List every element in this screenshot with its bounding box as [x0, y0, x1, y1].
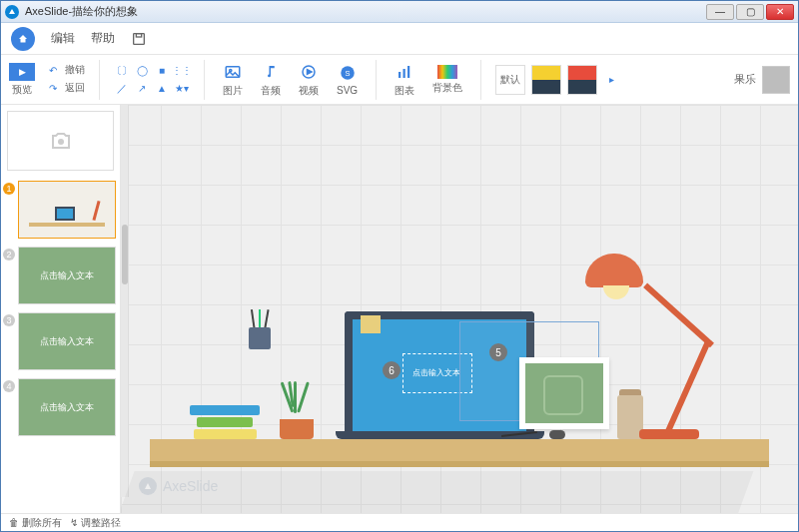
template-1[interactable] — [531, 65, 561, 95]
slide-item-1[interactable]: 1 — [1, 177, 120, 243]
shape-circle-icon[interactable]: ◯ — [134, 63, 150, 79]
menu-help[interactable]: 帮助 — [91, 30, 115, 47]
video-icon — [299, 62, 319, 82]
minimize-button[interactable]: — — [706, 4, 734, 20]
vertical-scrollbar[interactable] — [121, 105, 129, 497]
watermark: AxeSlide — [139, 477, 218, 495]
slide-thumb-1 — [18, 181, 116, 239]
window-titlebar: AxeSlide-描绘你的想象 — ▢ ✕ — [1, 1, 798, 23]
watermark-text: AxeSlide — [163, 478, 218, 494]
desk-lamp — [559, 260, 729, 439]
slide-thumb-4: 点击输入文本 — [18, 378, 116, 436]
template-2[interactable] — [567, 65, 597, 95]
trash-icon: 🗑 — [9, 517, 19, 528]
svg-text:S: S — [345, 69, 350, 78]
svg-label: SVG — [337, 85, 358, 96]
path-marker-5[interactable]: 5 — [489, 343, 507, 361]
shape-line-icon[interactable]: ／ — [114, 81, 130, 97]
window-title: AxeSlide-描绘你的想象 — [25, 4, 138, 19]
svg-rect-8 — [403, 69, 405, 78]
svg-point-10 — [58, 139, 64, 145]
plant — [280, 419, 314, 439]
redo-label[interactable]: 返回 — [65, 81, 85, 97]
chart-label: 图表 — [395, 84, 414, 98]
svg-rect-9 — [407, 66, 409, 78]
sidebar: 1 2 点击输入文本 3 点击输入文本 4 点击输入文本 — [1, 105, 121, 513]
undo-label[interactable]: 撤销 — [65, 63, 85, 79]
slide-item-2[interactable]: 2 点击输入文本 — [1, 243, 120, 308]
desk — [150, 439, 769, 461]
books — [190, 403, 260, 439]
shape-bracket-icon[interactable]: 〔〕 — [114, 63, 130, 79]
shape-dots-icon[interactable]: ⋮⋮ — [174, 63, 190, 79]
slide-item-4[interactable]: 4 点击输入文本 — [1, 374, 120, 440]
chart-button[interactable]: 图表 — [391, 60, 418, 100]
template-more-icon[interactable]: ▸ — [603, 72, 619, 88]
image-label: 图片 — [223, 84, 243, 98]
scene-desk-illustration: 点击输入文本 6 5 — [150, 192, 769, 491]
canvas[interactable]: 点击输入文本 6 5 AxeSlide — [121, 105, 798, 513]
audio-icon — [261, 62, 281, 82]
undo-icon[interactable]: ↶ — [45, 63, 61, 79]
chart-icon — [395, 62, 414, 82]
preview-icon[interactable]: ▶ — [9, 63, 35, 81]
slide-badge: 2 — [3, 249, 15, 261]
insert-svg-button[interactable]: S SVG — [333, 61, 362, 98]
toolbar: ▶ 预览 ↶撤销 ↷返回 〔〕 ◯ ■ ⋮⋮ ／ ↗ ▲ ★▾ 图片 音频 视频… — [1, 55, 798, 105]
screen-text: 点击输入文本 — [412, 367, 460, 378]
insert-image-button[interactable]: 图片 — [219, 60, 247, 100]
menu-edit[interactable]: 编辑 — [51, 30, 75, 47]
adjust-path-button[interactable]: ↯ 调整路径 — [70, 516, 121, 530]
preview-label: 预览 — [12, 83, 32, 97]
slide-list: 1 2 点击输入文本 3 点击输入文本 4 点击输入文本 — [1, 177, 120, 513]
delete-all-button[interactable]: 🗑 删除所有 — [9, 516, 62, 530]
path-marker-6[interactable]: 6 — [383, 361, 400, 379]
user-name[interactable]: 果乐 — [734, 72, 756, 87]
insert-audio-button[interactable]: 音频 — [257, 60, 285, 100]
insert-video-button[interactable]: 视频 — [295, 60, 323, 100]
shape-triangle-icon[interactable]: ▲ — [154, 81, 170, 97]
slide-badge: 3 — [3, 314, 15, 326]
svg-rect-7 — [399, 72, 400, 78]
user-avatar[interactable] — [762, 66, 790, 94]
svg-icon: S — [338, 63, 358, 83]
watermark-icon — [139, 477, 157, 495]
svg-rect-1 — [136, 33, 141, 36]
slide-badge: 1 — [3, 183, 15, 195]
audio-label: 音频 — [261, 84, 281, 98]
camera-icon — [49, 129, 73, 153]
close-button[interactable]: ✕ — [766, 4, 794, 20]
shape-arrow-icon[interactable]: ↗ — [134, 81, 150, 97]
slide-item-3[interactable]: 3 点击输入文本 — [1, 308, 120, 374]
path-icon: ↯ — [70, 517, 78, 528]
app-icon — [5, 5, 19, 19]
slide-badge: 4 — [3, 380, 15, 392]
svg-rect-0 — [134, 33, 145, 44]
video-label: 视频 — [299, 84, 319, 98]
overview-thumbnail[interactable] — [7, 111, 114, 171]
scrollbar-thumb[interactable] — [122, 225, 128, 284]
bgcolor-button[interactable]: 背景色 — [428, 63, 466, 97]
save-button[interactable] — [131, 31, 147, 47]
rainbow-icon — [437, 65, 457, 79]
menubar: 编辑 帮助 — [1, 23, 798, 55]
shape-star-icon[interactable]: ★▾ — [174, 81, 190, 97]
home-button[interactable] — [11, 27, 35, 51]
template-default[interactable]: 默认 — [495, 65, 525, 95]
bgcolor-label: 背景色 — [432, 81, 462, 95]
statusbar: 🗑 删除所有 ↯ 调整路径 — [1, 513, 798, 531]
image-icon — [223, 62, 243, 82]
slide-thumb-2: 点击输入文本 — [18, 247, 116, 304]
redo-icon[interactable]: ↷ — [45, 81, 61, 97]
shape-square-icon[interactable]: ■ — [154, 63, 170, 79]
slide-thumb-3: 点击输入文本 — [18, 312, 116, 370]
maximize-button[interactable]: ▢ — [736, 4, 764, 20]
